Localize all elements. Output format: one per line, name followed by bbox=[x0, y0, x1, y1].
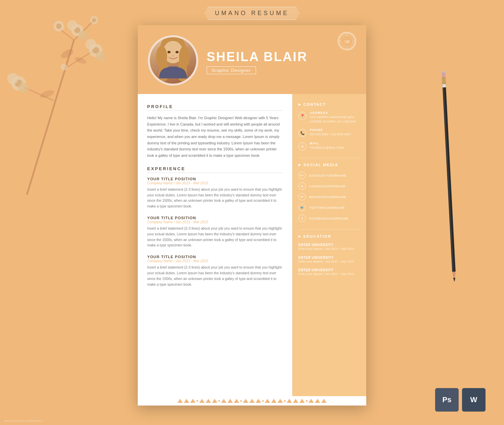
exp-title-1: YOUR TITLE POSITION bbox=[147, 177, 283, 181]
address-label: ADDRESS bbox=[310, 111, 360, 114]
exp-title-3: YOUR TITLE POSITION bbox=[147, 255, 283, 259]
edu-school-2: ENTER UNIVERSITY bbox=[298, 256, 360, 259]
svg-text:SB: SB bbox=[344, 39, 349, 44]
profile-text: Hello! My name is Sheila Blair. I'm Grap… bbox=[147, 115, 283, 159]
edu-item-1: ENTER UNIVERSITY Enter your degree / Jan… bbox=[298, 243, 360, 251]
edu-detail-3: Enter your degree / Jan 2013 – Sep 2015 bbox=[298, 272, 360, 276]
profile-section-title: PROFILE bbox=[147, 104, 283, 111]
google-icon: G+ bbox=[298, 172, 306, 179]
profile-section: PROFILE Hello! My name is Sheila Blair. … bbox=[147, 104, 283, 159]
contact-address: 📍 ADDRESS 3177 NORTH HAWTHOME BOU- LEVER… bbox=[298, 111, 360, 124]
svg-point-39 bbox=[167, 51, 170, 53]
exp-item-1: YOUR TITLE POSITION Company Name / Jan 2… bbox=[147, 177, 283, 209]
top-banner: UMANO RESUME bbox=[204, 7, 299, 20]
exp-company-3: Company Name / Jan 2013 - Mar 2015 bbox=[147, 259, 283, 263]
w-label: W bbox=[470, 395, 477, 404]
svg-marker-29 bbox=[453, 278, 456, 282]
contact-mail: ✉ MAIL YOURMAIL@MAIL.COM bbox=[298, 142, 360, 150]
photo-circle bbox=[148, 35, 198, 86]
google-label: GOOGLE/+USERNAME bbox=[309, 174, 346, 177]
w-badge: W bbox=[462, 388, 486, 412]
mail-value: YOURMAIL@MAIL.COM bbox=[310, 146, 344, 150]
watermark-text: www.annuaire-du-multimedias-fr bbox=[4, 419, 43, 422]
exp-item-3: YOUR TITLE POSITION Company Name / Jan 2… bbox=[147, 255, 283, 287]
divider-2 bbox=[298, 229, 360, 230]
left-column: PROFILE Hello! My name is Sheila Blair. … bbox=[138, 94, 292, 396]
svg-rect-27 bbox=[443, 84, 446, 88]
behance-label: BEHANCE/USERNAME bbox=[309, 195, 346, 199]
ps-badge: Ps bbox=[435, 388, 459, 412]
education-section-title: EDUCATION bbox=[298, 234, 360, 238]
exp-item-2: YOUR TITLE POSITION Company Name / Jan 2… bbox=[147, 216, 283, 248]
svg-rect-31 bbox=[442, 71, 446, 73]
exp-company-1: Company Name / Jan 2013 - Mar 2015 bbox=[147, 181, 283, 185]
contact-phone: 📞 PHONE 925 533 8263 / 123 3456 4567 bbox=[298, 128, 360, 137]
mail-label: MAIL bbox=[310, 142, 344, 145]
divider-1 bbox=[298, 158, 360, 158]
linkedin-label: LINKEDIN/USERNAME bbox=[309, 184, 346, 188]
social-item-behance: Bē BEHANCE/USERNAME bbox=[298, 193, 360, 200]
footer-triangles bbox=[177, 399, 327, 403]
experience-section-title: EXPERIENCE bbox=[147, 166, 283, 173]
exp-company-2: Company Name / Jan 2013 - Mar 2015 bbox=[147, 220, 283, 224]
address-icon: 📍 bbox=[298, 112, 306, 120]
right-column: CONTACT 📍 ADDRESS 3177 NORTH HAWTHOME BO… bbox=[292, 94, 366, 396]
ps-label: Ps bbox=[443, 395, 452, 404]
banner-label: UMANO RESUME bbox=[204, 7, 299, 20]
exp-desc-3: Insert a brief statement (2-3 lines) abo… bbox=[147, 265, 283, 287]
education-section: EDUCATION ENTER UNIVERSITY Enter your de… bbox=[298, 234, 360, 276]
job-title-text: Graphic Designer bbox=[212, 68, 251, 73]
social-section-title: SOCIAL MEDIA bbox=[298, 163, 360, 167]
phone-icon: 📞 bbox=[298, 129, 306, 137]
linkedin-icon: in bbox=[298, 182, 306, 190]
social-item-facebook: f FACEBOOK/USERNAME bbox=[298, 215, 360, 222]
behance-icon: Bē bbox=[298, 193, 306, 200]
twitter-label: TWITTER/USERNAME bbox=[309, 206, 345, 209]
phone-value: 925 533 8263 / 123 3456 4567 bbox=[310, 132, 351, 137]
resume-header: SHEILA BLAIR Graphic Designer SB bbox=[138, 25, 366, 94]
header-info: SHEILA BLAIR Graphic Designer bbox=[207, 47, 356, 75]
phone-label: PHONE bbox=[310, 128, 351, 132]
edu-school-1: ENTER UNIVERSITY bbox=[298, 243, 360, 247]
monogram-logo: SB bbox=[338, 32, 356, 50]
contact-section-title: CONTACT bbox=[298, 102, 360, 106]
social-item-linkedin: in LINKEDIN/USERNAME bbox=[298, 182, 360, 190]
exp-desc-2: Insert a brief statement (2-3 lines) abo… bbox=[147, 226, 283, 248]
social-item-twitter: 🐦 TWITTER/USERNAME bbox=[298, 204, 360, 211]
resume-body: PROFILE Hello! My name is Sheila Blair. … bbox=[138, 94, 366, 396]
social-item-google: G+ GOOGLE/+USERNAME bbox=[298, 172, 360, 179]
job-title-badge: Graphic Designer bbox=[207, 66, 256, 74]
svg-point-41 bbox=[172, 55, 174, 56]
edu-school-3: ENTER UNIVERSITY bbox=[298, 268, 360, 272]
facebook-label: FACEBOOK/USERNAME bbox=[309, 217, 348, 220]
edu-detail-2: Enter your degree / Jan 2013 – Sep 2015 bbox=[298, 259, 360, 264]
contact-section: CONTACT 📍 ADDRESS 3177 NORTH HAWTHOME BO… bbox=[298, 102, 360, 150]
resume-container: SHEILA BLAIR Graphic Designer SB bbox=[138, 25, 366, 406]
experience-section: EXPERIENCE YOUR TITLE POSITION Company N… bbox=[147, 166, 283, 287]
edu-detail-1: Enter your degree / Jan 2013 – Sep 2015 bbox=[298, 247, 360, 251]
exp-title-2: YOUR TITLE POSITION bbox=[147, 216, 283, 220]
app-badges: Ps W bbox=[435, 388, 486, 412]
exp-desc-1: Insert a brief statement (2-3 lines) abo… bbox=[147, 187, 283, 209]
address-value: 3177 NORTH HAWTHOME BOU- LEVERD OLYMPIA,… bbox=[310, 115, 360, 124]
svg-rect-30 bbox=[442, 72, 446, 78]
edu-item-3: ENTER UNIVERSITY Enter your degree / Jan… bbox=[298, 268, 360, 276]
edu-item-2: ENTER UNIVERSITY Enter your degree / Jan… bbox=[298, 256, 360, 264]
candidate-name: SHEILA BLAIR bbox=[207, 50, 356, 64]
twitter-icon: 🐦 bbox=[298, 204, 306, 211]
social-section: SOCIAL MEDIA G+ GOOGLE/+USERNAME in LINK… bbox=[298, 163, 360, 222]
photo-placeholder bbox=[150, 37, 196, 84]
facebook-icon: f bbox=[298, 215, 306, 222]
resume-footer bbox=[138, 396, 366, 406]
svg-point-40 bbox=[175, 51, 178, 53]
mail-icon: ✉ bbox=[298, 142, 306, 150]
svg-rect-26 bbox=[442, 77, 446, 84]
